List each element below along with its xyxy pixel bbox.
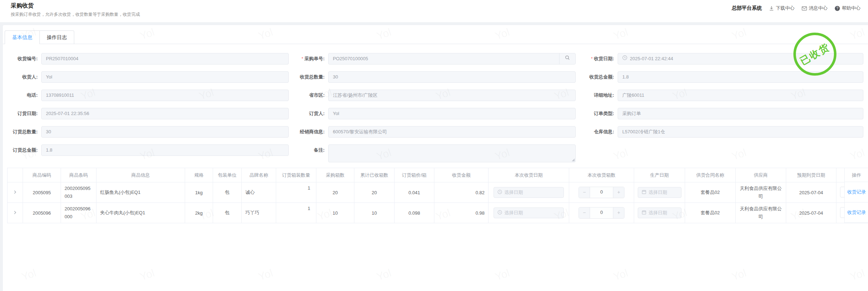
production-date-cell: 选择日期	[634, 182, 685, 203]
warehouse-info-field[interactable]: L57002/冷链广陵1仓	[618, 126, 863, 138]
download-center-link[interactable]: 下载中心	[769, 5, 794, 11]
stepper-plus-button[interactable]: +	[613, 187, 624, 198]
receipt-code-label: 收货编号:	[0, 53, 38, 65]
page-header: 采购收货 按采购订单收货，允许多次收货，收货数量等于采购数量，收货完成 总部平台…	[0, 0, 868, 22]
receive-record-link[interactable]: 收货记录	[847, 209, 866, 216]
contract-cell: 套餐品02	[685, 182, 736, 203]
receive-date-picker[interactable]: 选择日期	[494, 207, 564, 218]
spec-cell: 1kg	[185, 182, 213, 203]
calendar-icon	[642, 210, 646, 216]
calendar-icon	[642, 190, 646, 195]
expand-cell	[8, 203, 23, 223]
clock-icon	[497, 210, 502, 216]
box-qty-cell: 1	[276, 203, 316, 223]
production-date-cell: 选择日期	[634, 203, 685, 223]
expected-date-cell: 2025-07-04	[786, 203, 836, 223]
remark-textarea[interactable]	[328, 144, 576, 162]
warehouse-info-label: 仓库信息:	[538, 126, 614, 138]
stepper-plus-button[interactable]: +	[613, 207, 624, 218]
table-header-row: 商品编码 商品条码 商品信息 规格 包装单位 品牌名称 订货箱装数量 采购箱数 …	[8, 168, 868, 182]
spec-cell: 2kg	[185, 203, 213, 223]
address-field[interactable]: 广陵60011	[618, 90, 863, 101]
purchase-boxes-cell: 20	[316, 182, 354, 203]
receive-date-label: *收货日期:	[538, 53, 614, 65]
box-qty-cell: 1	[276, 182, 316, 203]
order-type-label: 订单类型:	[538, 108, 614, 119]
page-title: 采购收货	[11, 2, 34, 10]
total-receive-qty-label: 收货总数量:	[251, 71, 325, 83]
tab-basic-info[interactable]: 基本信息	[5, 31, 39, 44]
received-boxes-cell: 10	[354, 203, 395, 223]
page-subtitle: 按采购订单收货，允许多次收货，收货数量等于采购数量，收货完成	[11, 11, 140, 18]
stepper-value[interactable]: 0	[590, 207, 613, 218]
price-per-box-cell: 0.098	[395, 203, 434, 223]
total-receive-amount-field[interactable]: 1.8	[618, 71, 863, 83]
receive-date-picker[interactable]: 选择日期	[494, 187, 564, 198]
order-type-field[interactable]: 采购订单	[618, 108, 863, 119]
col-box-qty: 订货箱装数量	[276, 168, 316, 182]
tab-operation-log[interactable]: 操作日志	[39, 31, 74, 44]
message-center-label: 消息中心	[809, 5, 827, 11]
col-receive-boxes-now: 本次收货箱数	[569, 168, 634, 182]
receiver-label: 收货人:	[0, 71, 38, 83]
items-table: 商品编码 商品条码 商品信息 规格 包装单位 品牌名称 订货箱装数量 采购箱数 …	[7, 168, 868, 223]
quantity-stepper[interactable]: − 0 +	[579, 187, 624, 198]
product-code-cell: 2005095	[23, 182, 61, 203]
download-center-label: 下载中心	[776, 5, 794, 11]
total-order-amount-label: 订货总金额:	[0, 144, 38, 156]
col-receive-amount: 收货金额	[434, 168, 489, 182]
message-center-link[interactable]: 消息中心	[802, 5, 827, 11]
stepper-minus-button[interactable]: −	[579, 187, 590, 198]
tab-bar: 基本信息 操作日志	[5, 30, 74, 44]
col-purchase-boxes: 采购箱数	[316, 168, 354, 182]
barcode-cell: 2002005096000	[61, 203, 96, 223]
purchase-boxes-cell: 10	[316, 203, 354, 223]
top-menu: 总部平台系统 下载中心 消息中心 ? 帮助中心 Yol	[732, 5, 868, 11]
price-per-box-cell: 0.041	[395, 182, 434, 203]
help-center-link[interactable]: ? 帮助中心	[835, 5, 860, 11]
col-contract: 供货合同名称	[685, 168, 736, 182]
col-spec: 规格	[185, 168, 213, 182]
brand-cell: 诚心	[242, 182, 276, 203]
clock-icon	[497, 190, 502, 195]
help-center-label: 帮助中心	[842, 5, 860, 11]
receive-amount-cell: 0.82	[434, 182, 489, 203]
expand-cell	[8, 182, 23, 203]
col-expand	[8, 168, 23, 182]
resize-grip-icon[interactable]	[572, 158, 575, 161]
expand-row-icon[interactable]	[13, 190, 17, 195]
receive-date-cell: 选择日期	[489, 203, 569, 223]
purchase-receive-page: 采购收货 按采购订单收货，允许多次收货，收货数量等于采购数量，收货完成 总部平台…	[0, 0, 868, 291]
product-info-cell: 红肠鱼丸(小包)EQ1	[96, 182, 185, 203]
received-stamp: 已收货	[793, 33, 836, 76]
col-received-boxes: 累计已收箱数	[354, 168, 395, 182]
col-barcode: 商品条码	[61, 168, 96, 182]
quantity-stepper[interactable]: − 0 +	[579, 207, 624, 219]
receive-record-link[interactable]: 收货记录	[847, 189, 866, 195]
system-name: 总部平台系统	[732, 5, 762, 11]
address-label: 详细地址:	[538, 90, 614, 101]
total-order-qty-label: 订货总数量:	[0, 126, 38, 138]
order-date-label: 订货日期:	[0, 108, 38, 119]
col-product-code: 商品编码	[23, 168, 61, 182]
production-date-picker[interactable]: 选择日期	[638, 207, 681, 218]
production-date-picker[interactable]: 选择日期	[638, 187, 681, 198]
tabs-divider	[3, 44, 868, 44]
stepper-value[interactable]: 0	[590, 187, 613, 198]
expand-row-icon[interactable]	[13, 210, 17, 216]
product-code-cell: 2005096	[23, 203, 61, 223]
table-row: 2005095 2002005095003 红肠鱼丸(小包)EQ1 1kg 包 …	[8, 182, 868, 203]
distributor-info-label: 经销商信息:	[251, 126, 325, 138]
col-operation: 操作	[845, 168, 868, 182]
purchase-order-no-label: *采购单号:	[251, 53, 325, 65]
stepper-minus-button[interactable]: −	[579, 207, 590, 218]
receive-boxes-stepper-cell: − 0 +	[569, 182, 634, 203]
receive-amount-cell: 0.98	[434, 203, 489, 223]
col-package-unit: 包装单位	[213, 168, 242, 182]
contract-cell: 套餐品02	[685, 203, 736, 223]
supplier-cell: 天利食品供应有限公司	[736, 182, 786, 203]
mail-icon	[802, 6, 807, 11]
download-icon	[769, 6, 774, 11]
received-boxes-cell: 20	[354, 182, 395, 203]
col-supplier: 供应商	[736, 168, 786, 182]
